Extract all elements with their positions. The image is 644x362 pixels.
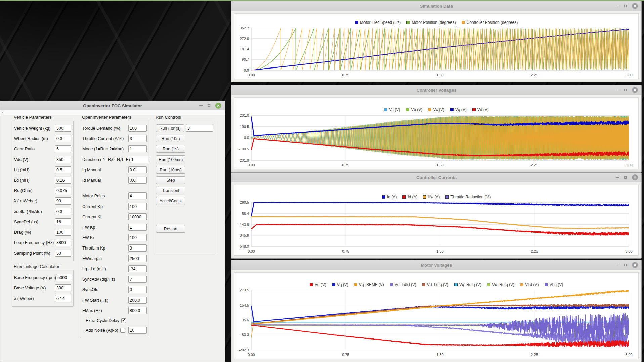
mode-1-run-2-man-input[interactable] [128, 145, 147, 152]
svg-text:272.0: 272.0 [240, 37, 249, 41]
restart-row: Restart [156, 224, 213, 234]
vehicle-weight-kg-input[interactable] [55, 125, 71, 132]
legend-label: Throttle Reduction (%) [450, 195, 491, 199]
transient-button[interactable]: Transient [156, 187, 185, 194]
openinverter-parameters-group: Torque Demand (%)Throttle Current (A/%)M… [80, 121, 149, 338]
titlebar[interactable]: Motor Voltages ✕ [231, 260, 641, 270]
run-for-button[interactable]: Run For (s) [156, 124, 184, 132]
add-noise-label: Add Noise (Ap-p) [86, 328, 118, 333]
titlebar[interactable]: Controller Currents ✕ [231, 173, 641, 182]
openinverter-parameters-column: OpenInverter Parameters Torque Demand (%… [80, 115, 149, 338]
lq-mh-label: Lq (mH) [14, 168, 55, 172]
base-voltage-v-input[interactable] [55, 284, 71, 291]
field-row: Mode (1=Run,2=Man) [82, 144, 147, 154]
close-icon[interactable]: ✕ [632, 262, 638, 268]
syncdel-us-input[interactable] [55, 218, 71, 225]
titlebar[interactable]: Controller Voltages ✕ [231, 85, 641, 95]
fw-start-hz-input[interactable] [128, 297, 147, 304]
legend-label: Vb (V) [411, 107, 422, 112]
chart-legend: Motor Elec Speed (Hz)Motor Position (deg… [234, 20, 638, 25]
va-v-swatch-icon [384, 108, 387, 111]
lq-ld-mh-input[interactable] [128, 265, 147, 272]
run-10ms-button[interactable]: Run (10ms) [156, 166, 185, 174]
chart-panel: Iq (A)Id (A)Ifw (A)Throttle Reduction (%… [234, 185, 639, 256]
svg-text:-100.5: -100.5 [239, 147, 249, 151]
ld-mh-input[interactable] [55, 177, 71, 184]
throtlim-kp-input[interactable] [128, 244, 147, 252]
close-icon[interactable]: ✕ [632, 87, 638, 93]
weber-input[interactable] [55, 295, 71, 302]
mweber-input[interactable] [55, 197, 71, 205]
direction-1-r-0-n-1-f-input[interactable] [130, 156, 148, 163]
chart-svg: 0.000.751.502.253.00260.558.4-143.8-345.… [234, 200, 638, 255]
restore-icon[interactable] [624, 264, 627, 266]
minimize-icon[interactable] [616, 90, 619, 90]
fmax-hz-input[interactable] [128, 307, 147, 314]
throttle-current-a-input[interactable] [128, 135, 147, 142]
base-frequency-rpm-input[interactable] [56, 274, 72, 281]
accel-coast-button[interactable]: Accel/Coast [156, 197, 185, 205]
chart-plot-area: 0.000.751.502.253.00260.558.4-143.8-345.… [234, 200, 638, 255]
chart-legend: Va (V)Vb (V)Vc (V)Vq (V)Vd (V) [234, 107, 638, 112]
motor-poles-input[interactable] [128, 192, 147, 199]
vd-v-swatch-icon [310, 283, 313, 286]
titlebar[interactable]: Simulation Data ✕ [231, 1, 641, 11]
minimize-icon[interactable] [616, 6, 619, 6]
add-noise-input[interactable] [128, 327, 147, 334]
close-icon[interactable]: ✕ [632, 174, 638, 180]
svg-text:2.25: 2.25 [531, 163, 538, 167]
drag-label: Drag (%) [14, 230, 55, 235]
loop-frequency-hz-input[interactable] [55, 239, 71, 246]
legend-label: Vq_BEMF (V) [359, 282, 384, 287]
vdc-v-input[interactable] [55, 156, 71, 163]
gear-ratio-input[interactable] [55, 145, 71, 152]
sampling-point-input[interactable] [55, 250, 71, 257]
id-manual-input[interactable] [128, 177, 147, 184]
run-100ms-button[interactable]: Run (100ms) [156, 155, 185, 163]
iq-manual-input[interactable] [128, 166, 147, 173]
drag-input[interactable] [55, 229, 71, 236]
restart-button[interactable]: Restart [156, 225, 185, 233]
field-row: Gear Ratio [14, 144, 71, 154]
run-10s-button[interactable]: Run (10s) [156, 135, 185, 142]
delta-aid-input[interactable] [55, 208, 71, 215]
svg-text:-345.9: -345.9 [239, 233, 249, 237]
minimize-icon[interactable] [616, 265, 619, 265]
loop-frequency-hz-label: Loop Frequency (Hz) [14, 240, 55, 245]
run-1s-button[interactable]: Run (1s) [156, 145, 185, 153]
restore-icon[interactable] [208, 104, 210, 107]
add-noise-checkbox[interactable] [120, 328, 125, 333]
restore-icon[interactable] [624, 89, 627, 91]
vq-ldid-v-legend-item: Vq_LdId (V) [390, 282, 416, 287]
syncofs-input[interactable] [128, 286, 147, 293]
minimize-icon[interactable] [616, 177, 619, 178]
current-kp-input[interactable] [128, 203, 147, 210]
lq-mh-input[interactable] [55, 166, 71, 173]
rs-ohm-input[interactable] [55, 187, 71, 194]
syncadv-dig-hz-input[interactable] [128, 276, 147, 283]
close-icon[interactable]: ✕ [632, 3, 638, 9]
field-row: λdelta ( %/AId) [14, 206, 71, 217]
svg-text:90.7: 90.7 [242, 57, 249, 61]
current-ki-input[interactable] [128, 213, 147, 220]
titlebar[interactable]: OpenInverter FOC Simulator ✕ [0, 101, 225, 111]
restore-icon[interactable] [624, 5, 627, 7]
toolbar-grip-icon[interactable] [2, 111, 4, 114]
fwmargin-input[interactable] [128, 255, 147, 262]
close-icon[interactable]: ✕ [215, 103, 221, 109]
step-button[interactable]: Step [156, 176, 185, 184]
minimize-icon[interactable] [199, 105, 203, 106]
run-for-row: Run For (s) [156, 123, 213, 133]
motor-position-degrees-legend-item: Motor Position (degrees) [406, 20, 456, 25]
run-for-input[interactable] [186, 125, 213, 132]
vd-v-swatch-icon [472, 108, 476, 111]
torque-demand-input[interactable] [128, 125, 147, 132]
controller-position-degrees-legend-item: Controller Position (degrees) [462, 20, 518, 25]
fw-ki-input[interactable] [128, 234, 147, 241]
wheel-radius-m-input[interactable] [55, 135, 71, 142]
fw-kp-input[interactable] [128, 224, 147, 231]
field-row: FW Ki [82, 232, 147, 243]
restore-icon[interactable] [624, 176, 627, 179]
svg-text:1.50: 1.50 [436, 163, 443, 167]
extra-cycle-delay-checkbox[interactable]: ✔ [121, 318, 126, 323]
